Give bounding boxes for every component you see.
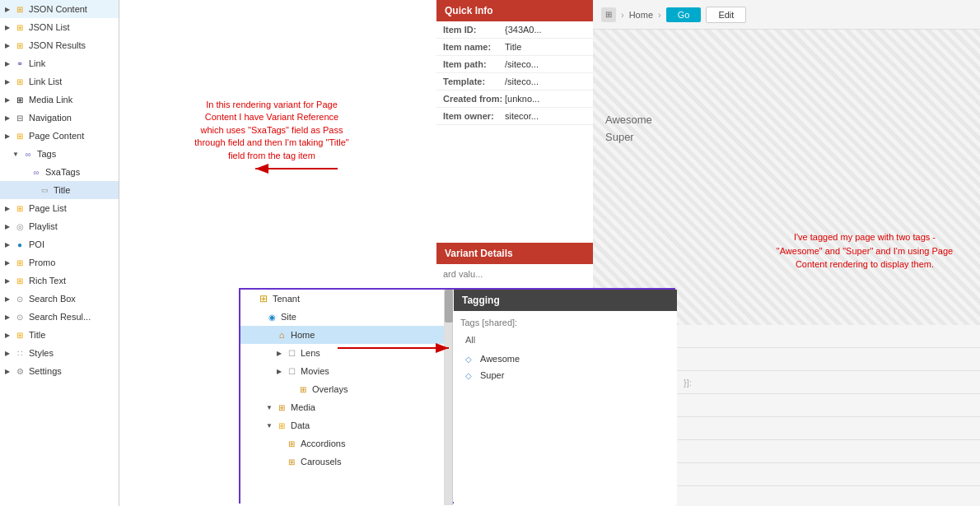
tree-label: Title xyxy=(54,185,70,195)
top-bar: ⊞ › Home › Go Edit xyxy=(593,0,980,30)
overlay-tree-lens[interactable]: ▶ ☐ Lens xyxy=(240,344,444,362)
tree-item-page-list[interactable]: ▶ ⊞ Page List xyxy=(0,199,119,217)
tree-item-poi[interactable]: ▶ ● POI xyxy=(0,235,119,253)
tree-label: Link xyxy=(29,58,45,68)
overlay-tree-accordions[interactable]: ▶ ⊞ Accordions xyxy=(240,434,444,453)
tree-label: Search Resul... xyxy=(29,312,91,322)
tree-item-json-content[interactable]: ▶ ⊞ JSON Content xyxy=(0,0,119,18)
overlay-scrollbar[interactable] xyxy=(445,290,453,505)
poi-icon: ● xyxy=(13,238,26,251)
info-row-template: Template: /siteco... xyxy=(436,73,593,91)
data-icon: ⊞ xyxy=(275,419,288,432)
tree-label: JSON Content xyxy=(29,4,87,14)
overlay-tree-tenant[interactable]: ▶ ⊞ Tenant xyxy=(240,290,444,308)
variant-details-header: Variant Details xyxy=(436,243,593,264)
lens-icon: ☐ xyxy=(285,346,298,360)
tree-item-navigation[interactable]: ▶ ⊟ Navigation xyxy=(0,109,119,127)
media-icon: ⊞ xyxy=(275,401,288,414)
search-results-icon: ⊙ xyxy=(13,310,26,323)
tree-item-sxatags[interactable]: ▶ ∞ SxaTags xyxy=(0,163,119,181)
variant-details-value: ard valu... xyxy=(436,264,593,284)
tree-label: Search Box xyxy=(29,294,76,304)
tagging-label: Tags [shared]: xyxy=(460,318,670,327)
tree-arrow: ▶ xyxy=(3,258,12,267)
tree-item-search-box[interactable]: ▶ ⊙ Search Box xyxy=(0,290,119,308)
go-button[interactable]: Go xyxy=(666,7,702,22)
tree-item-promo[interactable]: ▶ ⊞ Promo xyxy=(0,253,119,272)
tree-item-rich-text[interactable]: ▶ ⊞ Rich Text xyxy=(0,272,119,290)
overlay-tree-media[interactable]: ▼ ⊞ Media xyxy=(240,398,444,416)
overlay-tree-overlays[interactable]: ▶ ⊞ Overlays xyxy=(240,380,444,398)
bottom-row-7 xyxy=(675,463,980,486)
tree-label: Page List xyxy=(29,203,67,213)
tree-label: Playlist xyxy=(29,221,58,231)
tree-item-title-child[interactable]: ▶ ▭ Title xyxy=(0,181,119,199)
tree-item-tags[interactable]: ▼ ∞ Tags xyxy=(0,145,119,163)
bottom-row-3: }]: xyxy=(675,371,980,394)
tree-item-json-list[interactable]: ▶ ⊞ JSON List xyxy=(0,18,119,36)
tree-label: Rich Text xyxy=(29,276,66,285)
tree-arrow: ▶ xyxy=(3,41,12,49)
bottom-row-2 xyxy=(675,348,980,371)
tree-item-link-list[interactable]: ▶ ⊞ Link List xyxy=(0,72,119,91)
overlay-tree-home[interactable]: ▶ ⌂ Home xyxy=(240,326,444,344)
media-link-icon: ⊞ xyxy=(13,93,26,106)
tag-icon-super: ◇ xyxy=(465,369,477,381)
edit-button[interactable]: Edit xyxy=(706,7,746,23)
tree-item-styles[interactable]: ▶ ∷ Styles xyxy=(0,344,119,362)
tree-arrow: ▶ xyxy=(3,222,12,230)
tree-item-media-link[interactable]: ▶ ⊞ Media Link xyxy=(0,91,119,109)
preview-labels: Awesome Super xyxy=(605,112,652,146)
tree-label: Tags xyxy=(37,149,56,159)
tree-arrow: ▶ xyxy=(3,77,12,86)
tree-arrow: ▶ xyxy=(3,367,12,375)
right-annotation: I've tagged my page with two tags - "Awe… xyxy=(774,230,955,272)
overlay-tree-movies[interactable]: ▶ ☐ Movies xyxy=(240,362,444,380)
tag-super: ◇ Super xyxy=(460,367,670,383)
tagging-all: All xyxy=(460,332,670,347)
tree-item-link[interactable]: ▶ ⚭ Link xyxy=(0,54,119,72)
tree-label: Media Link xyxy=(29,95,72,104)
tree-item-settings[interactable]: ▶ ⚙ Settings xyxy=(0,362,119,380)
styles-icon: ∷ xyxy=(13,346,26,360)
overlay-tree-site[interactable]: ▶ ◉ Site xyxy=(240,308,444,326)
tree-label: JSON Results xyxy=(29,40,86,50)
page-list-icon: ⊞ xyxy=(13,202,26,215)
tree-item-title[interactable]: ▶ ⊞ Title xyxy=(0,326,119,344)
tree-arrow: ▶ xyxy=(3,240,12,248)
bottom-row-6 xyxy=(675,440,980,463)
tree-label: Page Content xyxy=(29,131,84,141)
tree-item-page-content[interactable]: ▶ ⊞ Page Content xyxy=(0,127,119,145)
promo-icon: ⊞ xyxy=(13,256,26,269)
info-row-owner: Item owner: sitecor... xyxy=(436,108,593,125)
bottom-area: }]: xyxy=(675,325,980,506)
overlay-tree: ▶ ⊞ Tenant ▶ ◉ Site ▶ ⌂ Home ▶ ☐ Lens xyxy=(240,290,445,505)
bottom-row-5 xyxy=(675,417,980,440)
rich-text-icon: ⊞ xyxy=(13,274,26,287)
scrollbar-thumb xyxy=(445,290,453,323)
overlay-tree-data[interactable]: ▼ ⊞ Data xyxy=(240,416,444,434)
overlay-tree-carousels[interactable]: ▶ ⊞ Carousels xyxy=(240,453,444,471)
tree-item-playlist[interactable]: ▶ ◎ Playlist xyxy=(0,217,119,235)
tree-item-search-results[interactable]: ▶ ⊙ Search Resul... xyxy=(0,308,119,326)
tree-arrow: ▶ xyxy=(3,313,12,321)
settings-icon: ⚙ xyxy=(13,364,26,378)
home-icon: ⌂ xyxy=(275,328,288,341)
tree-label: JSON List xyxy=(29,22,70,32)
playlist-icon: ◎ xyxy=(13,220,26,233)
info-row-id: Item ID: {343A0... xyxy=(436,21,593,39)
tagging-header: Tagging xyxy=(454,290,677,311)
top-bar-icon: ⊞ xyxy=(601,7,616,22)
tree-label: SxaTags xyxy=(45,167,80,177)
tree-label: Navigation xyxy=(29,113,72,123)
tree-arrow: ▶ xyxy=(3,23,12,31)
tree-item-json-results[interactable]: ▶ ⊞ JSON Results xyxy=(0,36,119,54)
main-area: In this rendering variant for Page Conte… xyxy=(119,0,980,506)
tenant-icon: ⊞ xyxy=(257,292,270,305)
tree-arrow: ▶ xyxy=(3,349,12,357)
tree-label: Link List xyxy=(29,77,62,86)
sxatags-icon: ∞ xyxy=(30,165,43,179)
tree-label: Settings xyxy=(29,366,62,376)
tree-arrow: ▶ xyxy=(3,59,12,67)
tree-arrow: ▼ xyxy=(12,150,20,158)
